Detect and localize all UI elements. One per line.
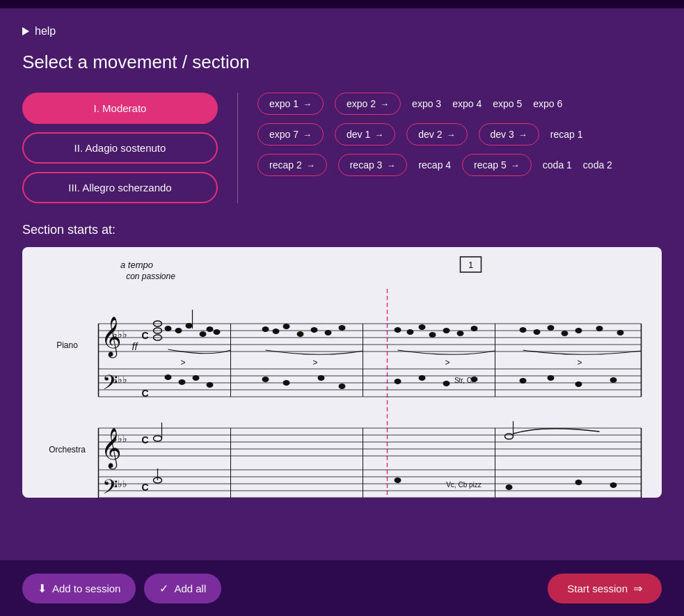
- svg-point-53: [273, 329, 280, 334]
- svg-point-49: [200, 331, 207, 337]
- section-label-coda2[interactable]: coda 2: [583, 159, 612, 171]
- section-btn-expo7[interactable]: expo 7 →: [257, 123, 324, 145]
- svg-point-72: [617, 330, 624, 335]
- svg-point-84: [471, 377, 478, 382]
- svg-point-58: [339, 325, 346, 331]
- svg-text:con passione: con passione: [126, 271, 175, 281]
- section-btn-dev1[interactable]: dev 1 →: [335, 123, 395, 145]
- svg-point-66: [520, 327, 527, 333]
- help-row[interactable]: help: [22, 25, 662, 38]
- section-btn-dev2[interactable]: dev 2 →: [406, 123, 467, 145]
- svg-point-88: [610, 377, 617, 383]
- svg-text:>: >: [578, 358, 582, 368]
- svg-point-96: [506, 484, 513, 490]
- svg-point-52: [262, 326, 269, 332]
- section-label-recap3: recap 3: [350, 159, 383, 171]
- help-label: help: [35, 25, 56, 38]
- section-label-expo2: expo 2: [347, 98, 376, 109]
- svg-text:Orchestra: Orchestra: [49, 445, 86, 455]
- download-icon: ⬇: [38, 582, 47, 595]
- svg-text:C: C: [142, 482, 149, 493]
- svg-point-55: [297, 331, 304, 337]
- svg-point-76: [207, 382, 214, 388]
- section-label-dev1: dev 1: [347, 129, 370, 140]
- arrow-icon-dev1: →: [374, 129, 383, 140]
- svg-point-59: [395, 327, 401, 333]
- svg-point-64: [457, 331, 464, 336]
- section-label-expo3[interactable]: expo 3: [412, 98, 441, 109]
- svg-point-74: [179, 379, 186, 385]
- svg-rect-0: [29, 247, 655, 498]
- add-to-session-button[interactable]: ⬇ Add to session: [22, 574, 136, 603]
- movement-btn-3[interactable]: III. Allegro scherzando: [22, 172, 218, 203]
- section-label-recap4[interactable]: recap 4: [418, 159, 451, 171]
- score-svg: a tempo con passione 1 Piano Orchestra S…: [22, 247, 662, 498]
- svg-text:C: C: [142, 388, 149, 399]
- svg-point-97: [575, 480, 582, 485]
- movement-btn-2[interactable]: II. Adagio sostenuto: [22, 132, 218, 164]
- svg-point-69: [562, 331, 568, 336]
- svg-point-54: [283, 324, 290, 329]
- start-session-label: Start session: [567, 583, 628, 594]
- section-btn-dev3[interactable]: dev 3 →: [479, 123, 539, 145]
- svg-point-60: [407, 329, 414, 335]
- svg-text:♭♭♭: ♭♭♭: [113, 374, 127, 385]
- section-btn-recap5[interactable]: recap 5 →: [462, 154, 532, 176]
- svg-point-65: [471, 326, 478, 331]
- svg-point-80: [339, 384, 346, 389]
- svg-point-56: [311, 327, 318, 333]
- svg-point-70: [575, 328, 582, 333]
- section-label-expo5[interactable]: expo 5: [493, 98, 522, 109]
- svg-text:1: 1: [468, 260, 473, 270]
- svg-text:>: >: [313, 358, 318, 368]
- section-label-recap2: recap 2: [269, 159, 302, 171]
- svg-text:C: C: [142, 330, 149, 341]
- section-btn-expo1[interactable]: expo 1 →: [257, 93, 324, 115]
- svg-point-83: [443, 381, 450, 386]
- top-bar: [0, 0, 684, 8]
- svg-point-85: [520, 378, 527, 384]
- svg-text:C: C: [142, 434, 149, 445]
- svg-text:Vc, Cb pizz: Vc, Cb pizz: [446, 481, 482, 489]
- section-label-coda1[interactable]: coda 1: [543, 159, 572, 171]
- section-starts-label: Section starts at:: [22, 223, 662, 237]
- svg-point-98: [610, 482, 617, 488]
- svg-point-87: [575, 381, 582, 387]
- svg-point-47: [186, 323, 193, 329]
- svg-point-81: [395, 379, 401, 384]
- svg-text:>: >: [181, 358, 186, 368]
- section-label-dev2: dev 2: [418, 129, 442, 140]
- arrow-right-icon: ⇒: [633, 582, 642, 595]
- section-btn-recap3[interactable]: recap 3 →: [338, 154, 408, 176]
- section-btn-recap2[interactable]: recap 2 →: [257, 154, 327, 176]
- section-label-dev3: dev 3: [491, 129, 514, 140]
- add-all-button[interactable]: ✓ Add all: [144, 574, 221, 603]
- svg-point-68: [548, 325, 555, 331]
- section-label-recap1[interactable]: recap 1: [550, 129, 583, 140]
- add-all-label: Add all: [174, 583, 206, 594]
- svg-point-62: [429, 332, 436, 338]
- svg-point-67: [534, 329, 541, 335]
- section-label-expo4[interactable]: expo 4: [452, 98, 482, 109]
- movement-btn-1[interactable]: I. Moderato: [22, 93, 218, 124]
- section-label-recap5: recap 5: [474, 159, 507, 171]
- svg-text:♭♭♭: ♭♭♭: [113, 478, 127, 489]
- svg-point-51: [214, 329, 221, 335]
- section-label-expo1: expo 1: [269, 98, 299, 109]
- svg-text:Piano: Piano: [56, 340, 78, 350]
- play-icon: [22, 27, 29, 35]
- start-session-button[interactable]: Start session ⇒: [548, 574, 662, 603]
- svg-text:♭♭♭: ♭♭♭: [113, 329, 127, 340]
- arrow-icon-dev3: →: [518, 129, 527, 140]
- arrow-icon-expo1: →: [303, 99, 312, 109]
- arrow-icon-recap2: →: [306, 160, 315, 171]
- bottom-left-buttons: ⬇ Add to session ✓ Add all: [22, 574, 221, 603]
- bottom-bar: ⬇ Add to session ✓ Add all Start session…: [0, 560, 684, 616]
- arrow-icon-recap3: →: [386, 160, 395, 171]
- svg-text:a tempo: a tempo: [120, 260, 153, 270]
- section-btn-expo2[interactable]: expo 2 →: [335, 93, 401, 115]
- svg-point-95: [395, 477, 401, 483]
- arrow-icon-expo7: →: [303, 129, 312, 140]
- section-label-expo6[interactable]: expo 6: [533, 98, 562, 109]
- score-container: a tempo con passione 1 Piano Orchestra S…: [22, 247, 662, 498]
